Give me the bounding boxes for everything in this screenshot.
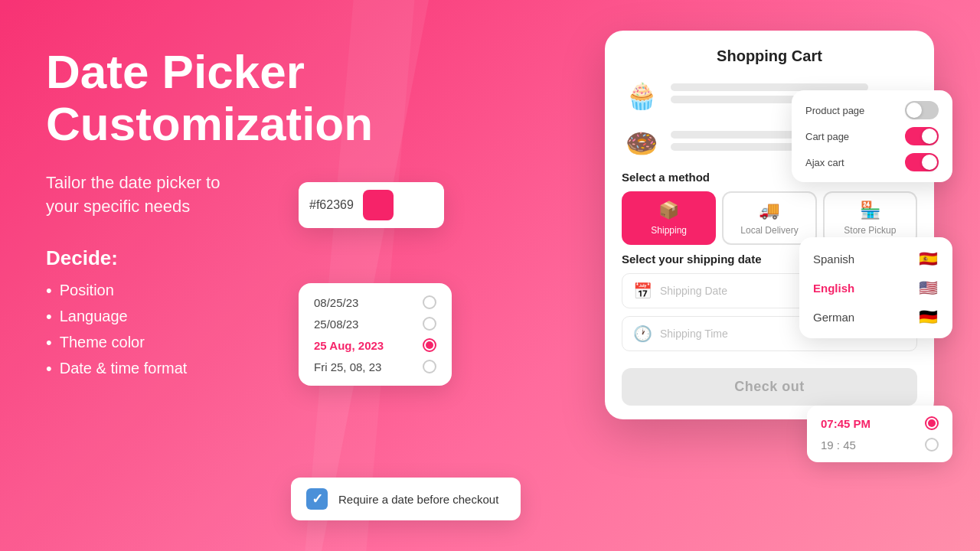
- product-image-0: 🧁: [622, 76, 662, 116]
- toggle-cart-page-switch[interactable]: [905, 127, 939, 145]
- english-label: English: [813, 282, 854, 295]
- time-format-card: 07:45 PM 19 : 45: [807, 406, 952, 462]
- date-option-1[interactable]: 25/08/23: [314, 317, 436, 331]
- toggle-label-ajax: Ajax cart: [805, 157, 844, 168]
- color-swatch[interactable]: [363, 190, 394, 220]
- date-format-card: 08/25/23 25/08/23 25 Aug, 2023 Fri 25, 0…: [299, 283, 452, 386]
- method-local-delivery[interactable]: 🚚 Local Delivery: [722, 191, 816, 245]
- english-flag: 🇺🇸: [917, 277, 939, 298]
- spanish-label: Spanish: [813, 253, 854, 266]
- toggle-label-cart: Cart page: [805, 131, 849, 142]
- radio-3[interactable]: [423, 360, 436, 373]
- delivery-icon: 🚚: [759, 201, 779, 220]
- calendar-icon: 📅: [633, 282, 652, 300]
- spanish-flag: 🇪🇸: [917, 248, 939, 269]
- radio-0[interactable]: [423, 295, 436, 309]
- time-option-24h[interactable]: 19 : 45: [821, 438, 939, 452]
- date-option-3[interactable]: Fri 25, 08, 23: [314, 360, 436, 373]
- german-label: German: [813, 311, 854, 324]
- check-icon: ✓: [312, 491, 323, 507]
- method-shipping[interactable]: 📦 Shipping: [622, 191, 716, 245]
- language-card: Spanish 🇪🇸 English 🇺🇸 German 🇩🇪: [799, 237, 952, 338]
- main-card: Shopping Cart 🧁 🍩 Select a method 📦 Ship…: [605, 31, 934, 419]
- radio-2[interactable]: [423, 338, 436, 352]
- shipping-icon: 📦: [658, 201, 679, 220]
- toggle-ajax-cart-switch[interactable]: [905, 153, 939, 171]
- time-value-24h: 19 : 45: [821, 439, 856, 452]
- product-image-1: 🍩: [622, 123, 662, 163]
- color-picker-card: #f62369: [299, 182, 444, 228]
- toggle-cart-page: Cart page: [805, 127, 939, 145]
- pickup-icon: 🏪: [860, 201, 880, 220]
- require-date-card: ✓ Require a date before checkout: [291, 478, 521, 520]
- color-hex-value[interactable]: #f62369: [309, 198, 354, 212]
- toggle-section: Product page Cart page Ajax cart: [792, 90, 952, 182]
- checkout-button[interactable]: Check out: [622, 368, 917, 406]
- toggle-product-page: Product page: [805, 101, 939, 119]
- require-date-checkbox[interactable]: ✓: [306, 488, 328, 510]
- card-title: Shopping Cart: [622, 47, 917, 65]
- shipping-label: Shipping: [651, 225, 687, 236]
- decide-title: Decide:: [46, 246, 368, 270]
- pickup-label: Store Pickup: [844, 225, 896, 236]
- lang-spanish[interactable]: Spanish 🇪🇸: [813, 248, 939, 269]
- time-value-12h: 07:45 PM: [821, 417, 871, 430]
- shipping-date-placeholder: Shipping Date: [660, 285, 727, 297]
- toggle-label-product: Product page: [805, 105, 864, 116]
- radio-time-12h[interactable]: [925, 416, 939, 430]
- toggle-product-page-switch[interactable]: [905, 101, 939, 119]
- clock-icon: 🕐: [633, 324, 652, 343]
- lang-english[interactable]: English 🇺🇸: [813, 277, 939, 298]
- radio-1[interactable]: [423, 317, 436, 331]
- require-date-label: Require a date before checkout: [338, 493, 498, 506]
- german-flag: 🇩🇪: [917, 306, 939, 328]
- time-option-12h[interactable]: 07:45 PM: [821, 416, 939, 430]
- shipping-time-placeholder: Shipping Time: [660, 328, 728, 340]
- lang-german[interactable]: German 🇩🇪: [813, 306, 939, 328]
- date-option-2[interactable]: 25 Aug, 2023: [314, 338, 436, 352]
- date-option-0[interactable]: 08/25/23: [314, 295, 436, 309]
- hero-title: Date Picker Customization: [46, 46, 368, 150]
- delivery-label: Local Delivery: [740, 225, 798, 236]
- toggle-ajax-cart: Ajax cart: [805, 153, 939, 171]
- product-line-short: [671, 96, 806, 103]
- radio-time-24h[interactable]: [925, 438, 939, 452]
- product-line-short-2: [671, 143, 806, 151]
